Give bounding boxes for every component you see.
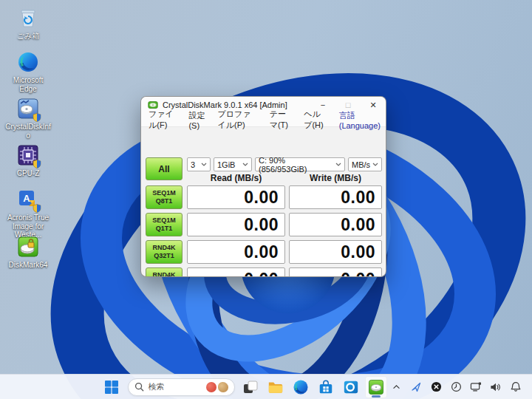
chevron-down-icon xyxy=(372,163,378,166)
task-view-button[interactable] xyxy=(239,376,262,398)
seq1m-q8t1-write-value: 0.00 xyxy=(289,185,382,209)
desktop-icon-crystaldiskinfo[interactable]: CrystalDiskInfo xyxy=(6,97,50,140)
chevron-down-icon xyxy=(242,163,248,166)
tray-clock-button[interactable] xyxy=(447,378,465,397)
desktop-icon-edge[interactable]: Microsoft Edge xyxy=(6,50,50,93)
test-count-dropdown[interactable]: 3 xyxy=(187,157,211,171)
rnd4k-q1t1-read-value: 0.00 xyxy=(187,267,285,277)
desktop-icon-label: CrystalDiskInfo xyxy=(5,123,51,140)
test-size-dropdown[interactable]: 1GiB xyxy=(214,157,252,171)
beans-icon[interactable] xyxy=(218,382,228,392)
uac-shield-icon xyxy=(33,204,41,213)
rnd4k-q32t1-button[interactable]: RND4KQ32T1 xyxy=(146,240,183,264)
desktop-icon-label: Microsoft Edge xyxy=(5,76,51,93)
file-explorer-button[interactable] xyxy=(265,376,287,398)
crystaldiskmark-window: CrystalDiskMark 9.0.1 x64 [Admin] − □ ✕ … xyxy=(140,96,386,277)
search-box[interactable]: 検索 xyxy=(128,378,235,396)
desktop-icon-cpuz[interactable]: CPU-Z xyxy=(6,143,50,178)
microsoft-store-icon xyxy=(318,379,334,395)
speaker-icon xyxy=(490,382,502,392)
tray-location-arrow-button[interactable] xyxy=(407,378,425,397)
target-drive-dropdown[interactable]: C: 90% (856/953GiB) xyxy=(255,157,345,171)
edge-button[interactable] xyxy=(290,376,312,398)
tray-notifications-button[interactable] xyxy=(507,378,525,397)
all-test-button[interactable]: All xyxy=(146,157,183,180)
read-column-header: Read (MB/s) xyxy=(187,173,285,185)
rnd4k-q1t1-button[interactable]: RND4KQ1T1 xyxy=(146,267,183,277)
seq1m-q1t1-read-value: 0.00 xyxy=(187,213,285,236)
rnd4k-q1t1-write-value: 0.00 xyxy=(289,267,382,277)
window-client-area: All 3 1GiB C: 90% (856/953GiB) MB/s Read… xyxy=(141,127,386,277)
location-arrow-icon xyxy=(411,382,421,392)
seq1m-q8t1-read-value: 0.00 xyxy=(187,185,285,209)
desktop-icon-recycle-bin[interactable]: ごみ箱 xyxy=(6,6,50,41)
tray-app-x-button[interactable] xyxy=(427,378,445,397)
rnd4k-q32t1-read-value: 0.00 xyxy=(187,240,285,264)
test-count-value: 3 xyxy=(191,160,195,169)
seq1m-q8t1-button[interactable]: SEQ1MQ8T1 xyxy=(146,185,183,209)
network-display-icon xyxy=(470,381,482,392)
edge-icon xyxy=(16,50,40,74)
file-explorer-icon xyxy=(267,379,284,395)
running-indicator xyxy=(372,395,381,398)
uac-shield-icon xyxy=(33,160,41,168)
microsoft-store-button[interactable] xyxy=(315,376,337,398)
search-input[interactable]: 検索 xyxy=(149,381,205,392)
tray-network-button[interactable] xyxy=(467,378,485,397)
desktop-icon-label: DiskMark64 xyxy=(5,261,51,270)
acronis-icon: A xyxy=(16,188,40,211)
desktop-icon-acronis[interactable]: A Acronis TrueImage for Weste... xyxy=(6,188,50,239)
taskbar: 検索 xyxy=(0,374,532,399)
seq1m-q1t1-button[interactable]: SEQ1MQ1T1 xyxy=(146,213,183,236)
chevron-up-icon xyxy=(392,384,400,389)
test-size-value: 1GiB xyxy=(217,160,235,169)
oni-mask-icon[interactable] xyxy=(206,382,216,392)
cpuz-icon xyxy=(16,143,40,167)
seq1m-q1t1-write-value: 0.00 xyxy=(289,213,382,236)
windows-logo-icon xyxy=(105,381,118,394)
crystaldiskmark-taskbar-button[interactable] xyxy=(365,376,387,398)
crystaldiskmark-icon xyxy=(368,379,384,395)
desktop-icon-diskmark64[interactable]: DiskMark64 xyxy=(6,235,50,270)
write-column-header: Write (MB/s) xyxy=(289,173,382,185)
unit-dropdown[interactable]: MB/s xyxy=(348,157,382,171)
outlook-button[interactable] xyxy=(340,376,362,398)
recycle-bin-icon xyxy=(16,6,40,30)
outlook-icon xyxy=(343,379,359,395)
search-icon xyxy=(134,382,144,392)
start-button[interactable] xyxy=(102,376,122,398)
target-drive-value: C: 90% (856/953GiB) xyxy=(259,156,335,174)
menu-bar: ファイル(F) 設定(S) プロファイル(P) テーマ(T) ヘルプ(H) 言語… xyxy=(141,113,386,127)
chevron-down-icon xyxy=(201,163,207,166)
bell-icon xyxy=(511,381,521,392)
tray-chevron-up-button[interactable] xyxy=(387,378,405,397)
tray-volume-button[interactable] xyxy=(487,378,505,397)
crystaldiskinfo-icon xyxy=(16,97,40,120)
desktop-icon-label: ごみ箱 xyxy=(5,32,51,41)
clock-icon xyxy=(451,381,462,392)
desktop-icon-label: CPU-Z xyxy=(5,169,51,178)
rnd4k-q32t1-write-value: 0.00 xyxy=(289,240,382,264)
edge-icon xyxy=(293,379,309,395)
black-circle-x-icon xyxy=(431,381,442,392)
task-view-icon xyxy=(243,380,258,395)
svg-text:A: A xyxy=(23,193,30,204)
diskmark64-icon xyxy=(16,235,40,259)
unit-value: MB/s xyxy=(352,160,370,169)
uac-shield-icon xyxy=(33,113,41,122)
chevron-down-icon xyxy=(335,163,341,166)
